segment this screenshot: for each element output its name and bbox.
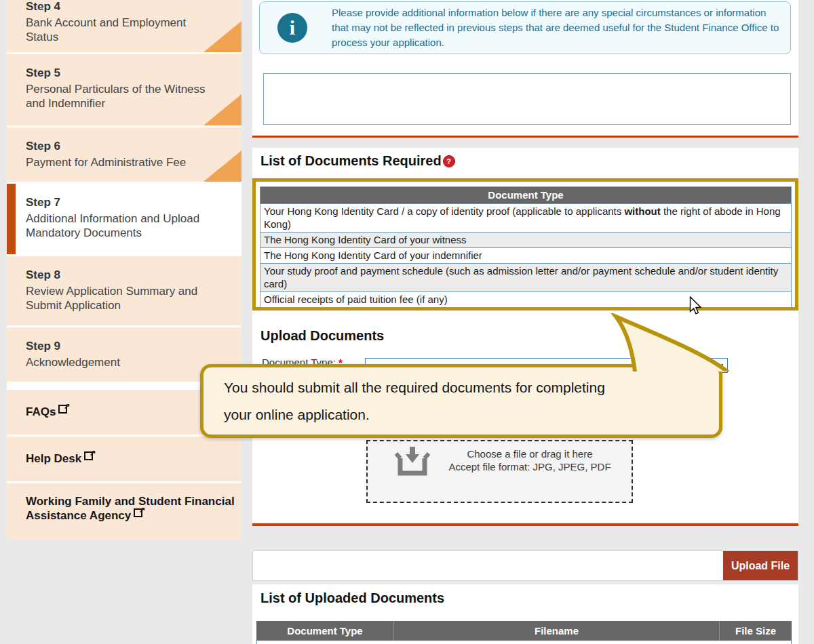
table-row xyxy=(256,641,792,644)
annotation-highlight-box: Document Type Your Hong Kong Identity Ca… xyxy=(252,178,798,310)
section-divider-rule xyxy=(252,523,798,526)
help-icon[interactable]: ? xyxy=(443,155,455,167)
file-dropzone[interactable]: Choose a file or drag it here Accept fil… xyxy=(366,440,633,503)
external-link-icon xyxy=(58,405,67,414)
tooltip-callout: You should submit all the required docum… xyxy=(200,364,722,438)
mouse-cursor-icon xyxy=(689,296,703,315)
info-note-text: Please provide additional information be… xyxy=(332,5,779,50)
steps-sidebar: Step 4 Bank Account and Employment Statu… xyxy=(7,0,241,539)
step-label: Bank Account and Employment Status xyxy=(26,16,218,44)
row-text-bold: without xyxy=(624,205,660,217)
step-label: Acknowledgement xyxy=(26,355,218,369)
step-label: Payment for Administrative Fee xyxy=(26,155,218,169)
column-header-file-size: File Size xyxy=(719,621,792,641)
dropzone-text: Choose a file or drag it here Accept fil… xyxy=(435,447,624,473)
link-label: Help Desk xyxy=(26,452,81,465)
dropzone-line1: Choose a file or drag it here xyxy=(435,447,624,460)
section-divider-rule xyxy=(252,136,798,138)
documents-required-title-text: List of Documents Required xyxy=(260,153,442,168)
step-number: Step 9 xyxy=(26,340,241,353)
table-row: Your study proof and payment schedule (s… xyxy=(260,263,791,291)
step-number: Step 4 xyxy=(26,0,241,14)
column-header-filename: Filename xyxy=(393,621,719,641)
table-row: Official receipts of paid tuition fee (i… xyxy=(260,291,791,307)
column-header-document-type: Document Type xyxy=(256,621,393,641)
completed-triangle: ✓ xyxy=(204,21,241,52)
upload-filename-field[interactable] xyxy=(253,551,724,580)
tooltip-text-line1: You should submit all the required docum… xyxy=(204,367,719,401)
sidebar-item-step4[interactable]: Step 4 Bank Account and Employment Statu… xyxy=(7,0,241,52)
documents-required-table: Document Type Your Hong Kong Identity Ca… xyxy=(260,186,792,308)
completed-triangle: ✓ xyxy=(204,94,241,125)
external-link-icon xyxy=(134,508,142,517)
external-link-icon xyxy=(84,451,93,460)
step-label: Personal Particulars of the Witness and … xyxy=(26,82,218,110)
step-number: Step 7 xyxy=(26,196,241,209)
uploaded-documents-title: List of Uploaded Documents xyxy=(260,590,444,606)
upload-documents-title: Upload Documents xyxy=(260,328,384,344)
upload-file-button[interactable]: Upload File xyxy=(723,551,798,580)
upload-file-bar: Upload File xyxy=(252,550,798,581)
table-row: The Hong Kong Identity Card of your witn… xyxy=(260,232,791,247)
sidebar-item-step6[interactable]: Step 6 Payment for Administrative Fee ✓ xyxy=(7,127,241,182)
application-page: Step 4 Bank Account and Employment Statu… xyxy=(0,0,814,644)
step-label: Review Application Summary and Submit Ap… xyxy=(26,284,218,313)
link-label: FAQs xyxy=(26,405,56,418)
additional-info-panel: i Please provide additional information … xyxy=(252,0,798,138)
sidebar-item-step5[interactable]: Step 5 Personal Particulars of the Witne… xyxy=(7,54,241,125)
additional-info-textarea[interactable] xyxy=(263,73,791,125)
step-number: Step 8 xyxy=(26,268,241,282)
completed-triangle: ✓ xyxy=(204,150,241,182)
download-tray-icon xyxy=(395,447,430,478)
sidebar-item-step8[interactable]: Step 8 Review Application Summary and Su… xyxy=(7,256,241,325)
callout-tail xyxy=(597,313,733,371)
uploaded-documents-panel: List of Uploaded Documents Document Type… xyxy=(252,584,798,644)
row-text: Your Hong Kong Identity Card / a copy of… xyxy=(264,205,624,217)
table-row: Your Hong Kong Identity Card / a copy of… xyxy=(260,203,791,232)
sidebar-item-help-desk[interactable]: Help Desk xyxy=(7,437,241,481)
dropzone-line2: Accept file format: JPG, JPEG, PDF xyxy=(435,460,624,473)
step-number: Step 5 xyxy=(26,66,241,80)
step-label: Additional Information and Upload Mandat… xyxy=(26,212,218,240)
link-label: Working Family and Student Financial Ass… xyxy=(26,495,235,522)
table-header-document-type: Document Type xyxy=(260,187,791,203)
sidebar-item-wfsfaa[interactable]: Working Family and Student Financial Ass… xyxy=(7,483,241,539)
documents-required-title: List of Documents Required? xyxy=(260,153,455,169)
uploaded-documents-table-header: Document Type Filename File Size xyxy=(256,621,792,641)
sidebar-item-step7-active[interactable]: Step 7 Additional Information and Upload… xyxy=(7,184,241,254)
tooltip-text-line2: your online application. xyxy=(204,401,719,428)
info-note-box: i Please provide additional information … xyxy=(259,1,791,54)
table-row: The Hong Kong Identity Card of your inde… xyxy=(260,247,791,263)
info-icon: i xyxy=(277,13,307,43)
